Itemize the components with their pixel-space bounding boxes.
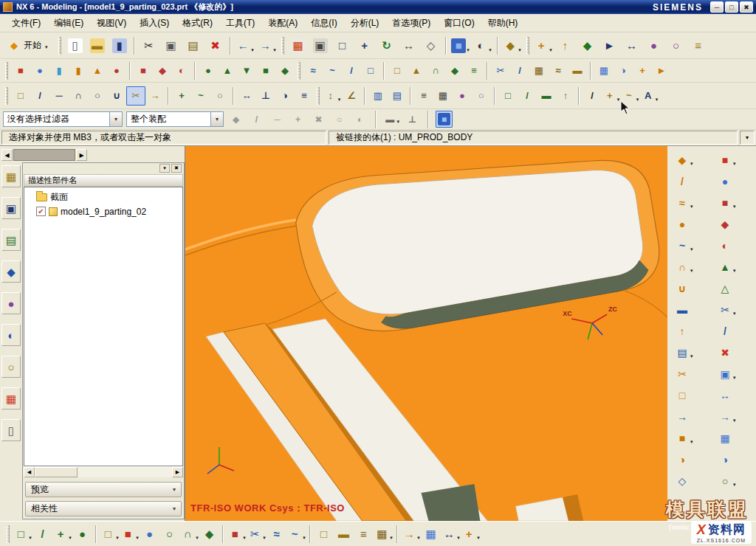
chevron-down-icon[interactable]: ▾ — [210, 112, 223, 126]
mid-point-snap-toggle[interactable]: ─ — [269, 111, 286, 128]
dropdown-arrow-icon[interactable]: ▾ — [690, 439, 693, 445]
section-view-button[interactable]: ▥ — [368, 86, 388, 106]
dropdown-arrow-icon[interactable]: ▾ — [690, 161, 693, 167]
scrollbar-thumb[interactable] — [35, 467, 78, 477]
through-curves-surface-button[interactable]: ≈▾ — [671, 193, 710, 212]
dropdown-arrow-icon[interactable]: ▾ — [733, 268, 736, 274]
dropdown-arrow-icon[interactable]: ▾ — [733, 161, 736, 167]
subtract-button[interactable]: ◆ — [153, 61, 172, 80]
pattern-face-button[interactable]: ▦ — [714, 428, 753, 448]
instance-bottom-button[interactable]: ▦ — [421, 525, 441, 544]
thicken-button[interactable]: ▬ — [568, 61, 587, 80]
extrude-bottom-button[interactable]: ■▾ — [120, 525, 140, 544]
scroll-left-icon[interactable]: ◀ — [24, 467, 35, 477]
dropdown-arrow-icon[interactable]: ▾ — [116, 535, 119, 541]
control-point-snap-toggle[interactable]: + — [289, 111, 306, 128]
roles-tab[interactable]: ▯ — [1, 419, 21, 441]
dropdown-arrow-icon[interactable]: ▾ — [733, 311, 736, 317]
arc-button[interactable]: ∩ — [69, 86, 88, 106]
ruled-surface-button[interactable]: / — [671, 171, 710, 191]
fillet-button[interactable]: ∪ — [107, 86, 126, 106]
stop-at-intersection-toggle[interactable]: ⊥ — [404, 111, 421, 128]
dropdown-arrow-icon[interactable]: ▾ — [303, 535, 306, 541]
chevron-down-icon[interactable]: ▾ — [173, 486, 176, 493]
shaded-cube-button[interactable]: ■ — [436, 111, 453, 128]
point-button[interactable]: + — [172, 86, 191, 106]
spline-button[interactable]: ~ — [191, 86, 210, 106]
resize-face-button[interactable]: ↔ — [714, 385, 753, 405]
dropdown-arrow-icon[interactable]: ▾ — [243, 535, 246, 541]
navigator-column-header[interactable]: 描述性部件名 — [24, 174, 183, 187]
edit-feature-bottom-button[interactable]: +▾ — [461, 525, 481, 544]
copy-button[interactable]: ▣ — [160, 35, 182, 56]
quick-trim-button[interactable]: ✂ — [126, 86, 145, 106]
horizontal-scrollbar[interactable]: ◀ ▶ — [24, 466, 183, 477]
wave-link-button[interactable]: →▾ — [401, 525, 421, 544]
move-object-button[interactable]: ► — [599, 35, 621, 56]
intersection-snap-toggle[interactable]: ✖ — [310, 111, 327, 128]
dropdown-arrow-icon[interactable]: ▾ — [549, 47, 552, 53]
dropdown-arrow-icon[interactable]: ▾ — [251, 47, 254, 53]
subtract-side-button[interactable]: ◆ — [714, 214, 753, 234]
datum-plane-row-button[interactable]: □ — [498, 86, 518, 106]
edge-blend-button[interactable]: ∩ — [426, 61, 445, 80]
menu-edit[interactable]: 编辑(E) — [48, 15, 89, 32]
split-body-button[interactable]: / — [510, 61, 529, 80]
quick-extend-button[interactable]: → — [145, 86, 165, 106]
dropdown-arrow-icon[interactable]: ▾ — [617, 97, 620, 103]
show-hide-toggle-button[interactable]: ● — [453, 86, 472, 106]
swept-surface-button[interactable]: ◆▾ — [671, 150, 710, 170]
sew-bottom-button[interactable]: ≡ — [354, 525, 374, 544]
menu-help[interactable]: 帮助(H) — [482, 15, 524, 32]
checkbox-icon[interactable]: ✔ — [36, 207, 46, 216]
orient-view-button[interactable]: ◆▾ — [501, 35, 523, 56]
menu-analysis[interactable]: 分析(L) — [345, 15, 385, 32]
face-blend-button[interactable]: ∩▾ — [671, 257, 710, 277]
menu-format[interactable]: 格式(R) — [176, 15, 219, 32]
split-body-side-button[interactable]: / — [714, 321, 753, 341]
move-face-button[interactable]: →▾ — [714, 407, 753, 426]
dropdown-arrow-icon[interactable]: ▾ — [690, 246, 693, 252]
hole-bottom-button[interactable]: ○ — [159, 525, 179, 544]
preview-section[interactable]: 预览 ▾ — [25, 482, 182, 497]
save-button[interactable]: ▮ — [109, 35, 131, 56]
instance-feature-button[interactable]: ▦ — [594, 61, 614, 80]
layer-settings-button[interactable]: ≡ — [414, 86, 433, 106]
sheet-to-solid-button[interactable]: ■▾ — [671, 428, 710, 448]
paste-button[interactable]: ▤ — [182, 35, 205, 56]
chevron-down-icon[interactable]: ▾ — [173, 505, 176, 512]
dropdown-arrow-icon[interactable]: ▾ — [417, 535, 420, 541]
shell-bottom-button[interactable]: □ — [314, 525, 334, 544]
tree-item-part[interactable]: ✔ model1_9_parting_02 — [24, 204, 182, 218]
block-button[interactable]: ▮ — [49, 61, 69, 80]
dropdown-arrow-icon[interactable]: ▾ — [656, 97, 659, 103]
toolbar-grip[interactable] — [5, 87, 8, 105]
line-tool-button[interactable]: / — [583, 86, 602, 106]
pad-button[interactable]: ■ — [256, 61, 275, 80]
mirror-body-button[interactable]: ◑ — [714, 449, 753, 469]
dropdown-arrow-icon[interactable]: ▾ — [136, 535, 139, 541]
offset-surface-button[interactable]: ▤▾ — [671, 342, 710, 362]
hole-button[interactable]: ● — [199, 61, 218, 80]
toolbar-grip[interactable] — [58, 37, 61, 55]
pan-view-button[interactable]: ↔ — [398, 35, 420, 56]
chamfer-bottom-button[interactable]: ◆ — [199, 525, 219, 544]
arc-center-snap-toggle[interactable]: ○ — [331, 111, 348, 128]
delete-face-button[interactable]: ✖ — [714, 342, 753, 362]
emboss-side-button[interactable]: ▲▾ — [714, 257, 753, 277]
end-point-snap-toggle[interactable]: / — [248, 111, 265, 128]
wcs-dynamics-button[interactable]: ◆ — [577, 35, 599, 56]
dropdown-arrow-icon[interactable]: ▾ — [390, 535, 393, 541]
cut-button[interactable]: ✂ — [138, 35, 160, 56]
chamfer-button[interactable]: ◆ — [445, 61, 464, 80]
sew-button[interactable]: ≈ — [549, 61, 568, 80]
visible-in-view-button[interactable]: ▦ — [433, 86, 453, 106]
intersect-side-button[interactable]: ◐ — [714, 235, 753, 255]
patch-body-button[interactable]: ▦ — [529, 61, 549, 80]
circle-button[interactable]: ○ — [88, 86, 107, 106]
trimmed-sheet-button[interactable]: ✂ — [671, 364, 710, 384]
zoom-box-button[interactable]: □ — [331, 35, 354, 56]
toolbar-grip[interactable] — [298, 62, 300, 80]
datum-csys-button[interactable]: ↑ — [554, 35, 577, 56]
resource-grip[interactable] — [13, 149, 75, 161]
